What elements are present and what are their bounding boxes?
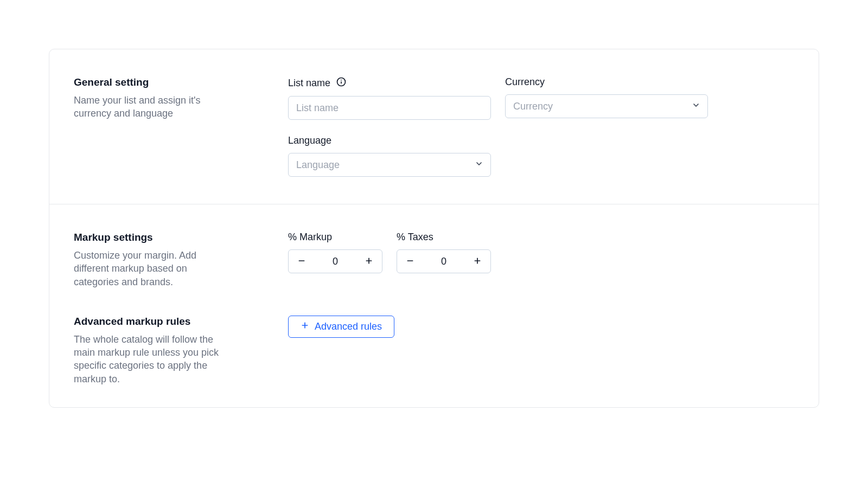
markup-increment-button[interactable]: [362, 255, 375, 268]
general-title: General setting: [74, 76, 288, 88]
advanced-description: The whole catalog will follow the main m…: [74, 333, 226, 386]
taxes-increment-button[interactable]: [471, 255, 484, 268]
taxes-stepper: 0: [397, 249, 491, 273]
taxes-stepper-label: % Taxes: [397, 232, 491, 243]
advanced-title: Advanced markup rules: [74, 316, 288, 328]
section-general-left: General setting Name your list and assig…: [74, 76, 288, 177]
plus-icon: [473, 256, 482, 267]
language-label-row: Language: [288, 135, 491, 146]
currency-label: Currency: [505, 76, 545, 88]
list-name-field: List name: [288, 76, 491, 120]
section-general-right: List name Currency Currency: [288, 76, 794, 177]
plus-icon: [365, 256, 373, 267]
minus-icon: [406, 256, 414, 267]
currency-select[interactable]: Currency: [505, 94, 708, 118]
currency-field: Currency Currency: [505, 76, 708, 120]
markup-stepper: 0: [288, 249, 382, 273]
general-description: Name your list and assign it's currency …: [74, 94, 226, 120]
language-label: Language: [288, 135, 331, 146]
settings-card: General setting Name your list and assig…: [49, 49, 819, 408]
taxes-decrement-button[interactable]: [404, 255, 417, 268]
info-icon[interactable]: [336, 76, 347, 89]
language-select-box[interactable]: Language: [288, 153, 491, 177]
section-advanced-left: Advanced markup rules The whole catalog …: [74, 316, 288, 386]
list-name-input[interactable]: [288, 96, 491, 120]
steppers-row: % Markup 0: [288, 232, 491, 288]
plus-icon: [301, 321, 309, 332]
section-advanced: Advanced markup rules The whole catalog …: [49, 305, 819, 407]
markup-stepper-field: % Markup 0: [288, 232, 382, 288]
markup-description: Customize your margin. Add different mar…: [74, 249, 226, 288]
markup-stepper-label: % Markup: [288, 232, 382, 243]
advanced-rules-button[interactable]: Advanced rules: [288, 316, 394, 338]
svg-point-2: [341, 80, 342, 81]
currency-select-box[interactable]: Currency: [505, 94, 708, 118]
advanced-rules-button-label: Advanced rules: [315, 321, 382, 332]
language-field: Language Language: [288, 135, 491, 177]
markup-decrement-button[interactable]: [295, 255, 308, 268]
section-markup-right: % Markup 0: [288, 232, 794, 288]
currency-label-row: Currency: [505, 76, 708, 88]
taxes-stepper-field: % Taxes 0: [397, 232, 491, 288]
markup-title: Markup settings: [74, 232, 288, 243]
section-advanced-right: Advanced rules: [288, 316, 794, 386]
taxes-value: 0: [441, 256, 446, 267]
markup-value: 0: [333, 256, 338, 267]
minus-icon: [297, 256, 306, 267]
list-name-label: List name: [288, 78, 330, 89]
list-name-label-row: List name: [288, 76, 491, 89]
section-general: General setting Name your list and assig…: [49, 49, 819, 204]
section-markup-left: Markup settings Customize your margin. A…: [74, 232, 288, 288]
language-select[interactable]: Language: [288, 153, 491, 177]
section-markup: Markup settings Customize your margin. A…: [49, 204, 819, 305]
